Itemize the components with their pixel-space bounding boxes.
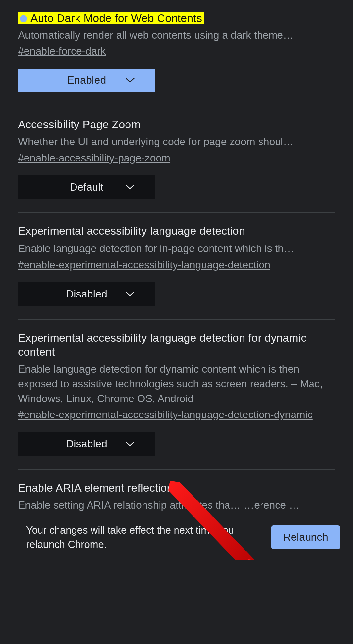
flag-item: Accessibility Page Zoom Whether the UI a… (18, 106, 335, 213)
flag-select[interactable]: Default (18, 175, 155, 199)
flag-select[interactable]: Disabled (18, 432, 155, 456)
flag-hash-link[interactable]: #enable-accessibility-page-zoom (18, 150, 170, 165)
relaunch-footer: Your changes will take effect the next t… (0, 515, 353, 560)
footer-message: Your changes will take effect the next t… (26, 523, 265, 551)
chevron-down-icon (125, 290, 135, 297)
flag-item: Experimental accessibility language dete… (18, 213, 335, 320)
flag-title: Experimental accessibility language dete… (18, 224, 335, 238)
flag-description: Automatically render all web contents us… (18, 28, 335, 42)
flag-hash-link[interactable]: #enable-experimental-accessibility-langu… (18, 257, 270, 272)
flag-description: Enable language detection for dynamic co… (18, 362, 335, 406)
flag-hash-link[interactable]: #enable-experimental-accessibility-langu… (18, 407, 313, 422)
flag-select[interactable]: Enabled (18, 69, 155, 92)
flag-item: Auto Dark Mode for Web Contents Automati… (18, 0, 335, 106)
chevron-down-icon (125, 183, 135, 190)
flag-item: Enable ARIA element reflection Enable se… (18, 470, 335, 515)
flag-description: Enable language detection for in-page co… (18, 241, 335, 256)
flag-title: Auto Dark Mode for Web Contents (18, 12, 204, 24)
flags-list: Auto Dark Mode for Web Contents Automati… (0, 0, 353, 515)
flag-title: Enable ARIA element reflection (18, 481, 335, 495)
flag-select-value: Enabled (67, 74, 106, 86)
chevron-down-icon (125, 77, 135, 83)
flag-description: Whether the UI and underlying code for p… (18, 134, 335, 149)
chrome-flags-page: Auto Dark Mode for Web Contents Automati… (0, 0, 353, 560)
flag-select-value: Default (70, 181, 104, 193)
flag-hash-link[interactable]: #enable-force-dark (18, 43, 106, 59)
chevron-down-icon (125, 440, 135, 447)
flag-select[interactable]: Disabled (18, 282, 155, 306)
flag-title: Accessibility Page Zoom (18, 117, 335, 131)
flag-select-value: Disabled (66, 288, 107, 300)
flag-description: Enable setting ARIA relationship attribu… (18, 498, 335, 513)
relaunch-button[interactable]: Relaunch (271, 525, 340, 549)
flag-title-text: Auto Dark Mode for Web Contents (30, 12, 202, 24)
flag-select-value: Disabled (66, 438, 107, 450)
flag-item: Experimental accessibility language dete… (18, 320, 335, 470)
status-dot-icon (20, 15, 27, 22)
flag-title: Experimental accessibility language dete… (18, 331, 335, 359)
